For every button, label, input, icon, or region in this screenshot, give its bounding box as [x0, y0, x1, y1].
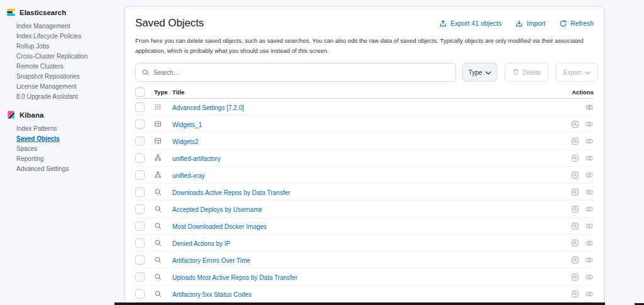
table-row: Artifactory Errors Over Time	[135, 252, 594, 269]
refresh-button[interactable]: Refresh	[559, 19, 594, 28]
select-all-checkbox[interactable]	[135, 87, 145, 97]
sidebar-item-snapshot-repositories[interactable]: Snapshot Repositories	[16, 72, 125, 82]
relationships-action-button[interactable]	[585, 222, 594, 230]
index-pattern-icon	[154, 154, 172, 162]
row-title-link[interactable]: unified-artifactory	[172, 155, 221, 162]
relationships-action-button[interactable]	[585, 137, 594, 145]
row-title-link[interactable]: Uploads Most Active Repos by Data Transf…	[172, 274, 297, 281]
table-row: unified-xray	[135, 167, 594, 184]
row-checkbox[interactable]	[135, 221, 145, 231]
row-checkbox[interactable]	[135, 153, 145, 163]
relationships-action-button[interactable]	[585, 120, 594, 128]
row-title-link[interactable]: Widgets2	[172, 138, 199, 145]
export-dropdown-button[interactable]: Export	[556, 63, 598, 82]
index-pattern-icon	[154, 171, 172, 179]
inspect-action-button[interactable]	[571, 120, 579, 128]
row-title-link[interactable]: Widgets_1	[172, 121, 202, 128]
row-checkbox[interactable]	[135, 238, 145, 248]
row-checkbox[interactable]	[135, 103, 145, 112]
bottom-screen-artifact	[114, 302, 605, 305]
relationships-action-button[interactable]	[585, 171, 594, 179]
search-icon	[142, 69, 150, 77]
search-input[interactable]	[153, 69, 450, 76]
sidebar-item-8-0-upgrade-assistant[interactable]: 8.0 Upgrade Assistant	[16, 92, 125, 102]
inspect-action-button[interactable]	[571, 154, 579, 162]
row-title-link[interactable]: Most Downloaded Docker Images	[172, 223, 267, 230]
header-actions: Export 41 objects Import Refresh	[439, 19, 594, 28]
sidebar-item-index-lifecycle-policies[interactable]: Index Lifecycle Policies	[16, 31, 125, 42]
inspect-action-button[interactable]	[571, 290, 579, 298]
kibana-nav-list: Index PatternsSaved ObjectsSpacesReporti…	[6, 124, 125, 174]
sidebar-item-remote-clusters[interactable]: Remote Clusters	[16, 62, 125, 72]
row-checkbox[interactable]	[135, 272, 145, 282]
relationships-action-button[interactable]	[585, 273, 594, 281]
kibana-logo-icon	[6, 110, 16, 119]
row-title-link[interactable]: Denied Actions by IP	[172, 240, 230, 247]
import-button[interactable]: Import	[515, 19, 545, 28]
search-box	[135, 63, 456, 82]
inspect-action-button[interactable]	[571, 188, 579, 196]
inspect-action-button[interactable]	[571, 256, 579, 264]
relationships-action-button[interactable]	[585, 239, 594, 247]
row-checkbox[interactable]	[135, 187, 145, 197]
type-filter-button[interactable]: Type	[462, 63, 497, 82]
import-label: Import	[526, 19, 545, 28]
relationships-action-button[interactable]	[585, 188, 594, 196]
row-checkbox[interactable]	[135, 136, 145, 146]
table-row: Widgets_1	[135, 116, 594, 133]
export-icon	[439, 19, 447, 28]
column-header-actions: Actions	[548, 89, 594, 96]
row-checkbox[interactable]	[135, 119, 145, 129]
row-checkbox[interactable]	[135, 204, 145, 214]
inspect-action-button[interactable]	[571, 137, 579, 145]
sidebar-item-rollup-jobs[interactable]: Rollup Jobs	[16, 42, 125, 52]
inspect-action-button[interactable]	[571, 171, 579, 179]
row-actions	[548, 188, 594, 196]
inspect-action-button[interactable]	[571, 222, 579, 230]
type-filter-label: Type	[469, 69, 482, 76]
search-icon	[154, 188, 172, 196]
export-objects-button[interactable]: Export 41 objects	[439, 19, 501, 28]
search-icon	[154, 273, 172, 281]
inspect-action-button[interactable]	[571, 273, 579, 281]
page-title: Saved Objects	[135, 17, 204, 30]
row-title-link[interactable]: Advanced Settings [7.2.0]	[172, 104, 244, 111]
inspect-action-button[interactable]	[571, 205, 579, 213]
row-checkbox[interactable]	[135, 255, 145, 265]
relationships-action-button[interactable]	[585, 103, 594, 111]
sidebar-item-saved-objects[interactable]: Saved Objects	[16, 134, 125, 144]
row-title-link[interactable]: Downloads Active Repos by Data Transfer	[172, 189, 290, 196]
sidebar-item-index-management[interactable]: Index Management	[16, 21, 125, 31]
row-checkbox[interactable]	[135, 289, 145, 299]
sidebar-item-advanced-settings[interactable]: Advanced Settings	[16, 164, 125, 174]
advanced-settings-icon	[154, 103, 172, 111]
import-icon	[515, 19, 523, 28]
search-icon	[154, 222, 172, 230]
elasticsearch-nav-list: Index ManagementIndex Lifecycle Policies…	[6, 21, 125, 102]
relationships-action-button[interactable]	[585, 205, 594, 213]
row-title-link[interactable]: Artifactory Errors Over Time	[172, 257, 250, 264]
row-title-link[interactable]: unified-xray	[172, 172, 205, 179]
row-actions	[548, 120, 594, 128]
sidebar-item-spaces[interactable]: Spaces	[16, 144, 125, 154]
search-icon	[154, 239, 172, 247]
table-row: Denied Actions by IP	[135, 235, 594, 252]
sidebar-item-index-patterns[interactable]: Index Patterns	[16, 124, 125, 134]
relationships-action-button[interactable]	[585, 154, 594, 162]
table-row: Downloads Active Repos by Data Transfer	[135, 184, 594, 201]
row-checkbox[interactable]	[135, 170, 145, 180]
inspect-action-button[interactable]	[571, 239, 579, 247]
sidebar-item-reporting[interactable]: Reporting	[16, 154, 125, 164]
column-header-type[interactable]: Type	[154, 89, 172, 96]
relationships-action-button[interactable]	[585, 256, 594, 264]
trash-icon	[512, 68, 519, 77]
dashboard-icon	[154, 137, 172, 145]
row-title-link[interactable]: Accepted Deploys by Username	[172, 206, 262, 213]
relationships-action-button[interactable]	[585, 290, 594, 298]
sidebar-item-license-management[interactable]: License Management	[16, 82, 125, 92]
saved-objects-panel: Saved Objects Export 41 objects Import R…	[125, 6, 604, 305]
sidebar-item-cross-cluster-replication[interactable]: Cross-Cluster Replication	[16, 52, 125, 62]
column-header-title[interactable]: Title	[172, 89, 548, 96]
row-title-link[interactable]: Artifactory 5xx Status Codes	[172, 291, 252, 298]
delete-button[interactable]: Delete	[504, 63, 548, 82]
